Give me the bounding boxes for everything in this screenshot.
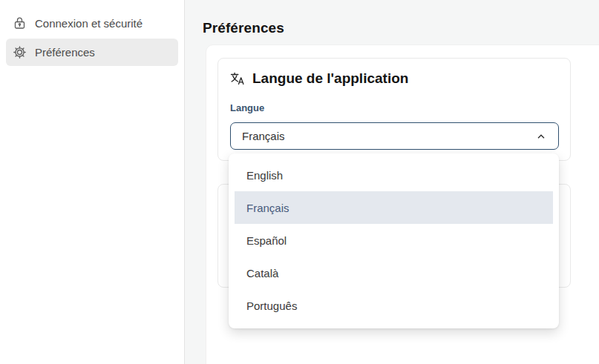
page-title: Préférences: [203, 20, 284, 36]
dropdown-option-english[interactable]: English: [229, 159, 559, 191]
language-dropdown-menu: English Français Español Català Portuguê…: [229, 153, 559, 328]
language-card: Langue de l'application Langue Français: [217, 58, 571, 161]
main-content: Préférences Langue de l'application Lang…: [185, 0, 599, 364]
lock-icon: [13, 16, 27, 30]
language-select-value: Français: [242, 130, 285, 142]
chevron-up-icon: [535, 130, 547, 142]
sidebar-item-connexion-securite[interactable]: Connexion et sécurité: [6, 10, 178, 37]
sidebar-item-preferences[interactable]: Préférences: [6, 39, 178, 66]
settings-sidebar: Connexion et sécurité Préférences: [0, 0, 185, 364]
preferences-page: Connexion et sécurité Préférences Préfér…: [0, 0, 599, 364]
sidebar-item-label: Connexion et sécurité: [35, 17, 143, 30]
dropdown-option-francais[interactable]: Français: [235, 191, 553, 224]
dropdown-option-espanol[interactable]: Español: [229, 224, 559, 257]
language-card-header: Langue de l'application: [230, 70, 408, 87]
language-field-label: Langue: [230, 102, 264, 113]
dropdown-option-catala[interactable]: Català: [229, 257, 559, 289]
gear-icon: [13, 45, 27, 59]
dropdown-option-portugues[interactable]: Português: [229, 289, 559, 322]
sidebar-item-label: Préférences: [35, 46, 95, 59]
translate-icon: [230, 72, 245, 85]
language-card-title: Langue de l'application: [252, 70, 408, 87]
language-select[interactable]: Français: [230, 122, 559, 150]
